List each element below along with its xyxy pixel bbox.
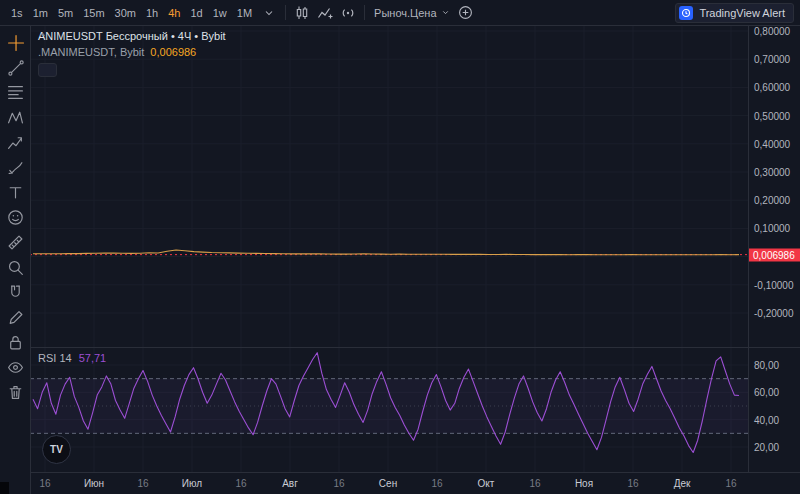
price-axis-label: 0,70000	[754, 54, 790, 65]
pattern-icon	[7, 109, 24, 126]
sub-symbol-label: .MANIMEUSDT, Bybit	[38, 46, 144, 58]
price-axis-label: -0,20000	[754, 308, 793, 319]
rsi-pane[interactable]: RSI 1457,71 TV	[30, 348, 748, 472]
price-axis-label: 0,10000	[754, 223, 790, 234]
chevron-down-icon	[441, 8, 450, 17]
fibonacci-tool-button[interactable]	[3, 80, 27, 104]
time-label-day[interactable]: 16	[431, 478, 442, 489]
rsi-axis-label: 40,00	[754, 414, 779, 425]
emoji-icon	[7, 209, 24, 226]
alert-badge-label: TradingView Alert	[699, 7, 785, 19]
sub-symbol-price: 0,006986	[150, 46, 196, 58]
add-alert-plus-icon[interactable]	[455, 2, 477, 24]
time-label-day[interactable]: 16	[333, 478, 344, 489]
pencil-icon	[7, 309, 24, 326]
pencil-tool-button[interactable]	[3, 305, 27, 329]
interval-1d[interactable]: 1d	[186, 4, 208, 22]
time-label-month[interactable]: Окт	[478, 478, 495, 489]
measure-tool-button[interactable]	[3, 230, 27, 254]
price-axis[interactable]: 0,006986 0,800000,700000,600000,500000,4…	[748, 25, 800, 472]
rsi-label[interactable]: RSI 14	[38, 352, 72, 364]
lock-tool-button[interactable]	[3, 330, 27, 354]
interval-1h[interactable]: 1h	[141, 4, 163, 22]
time-label-day[interactable]: 16	[39, 478, 50, 489]
trash-icon	[7, 384, 24, 401]
price-axis-label: -0,10000	[754, 279, 793, 290]
interval-1m[interactable]: 1m	[28, 4, 53, 22]
drawing-toolbar	[0, 25, 31, 494]
trend-line-icon	[7, 59, 24, 76]
time-label-month[interactable]: Июн	[84, 478, 104, 489]
order-type-button[interactable]: Рыноч.Цена	[370, 5, 453, 21]
rsi-axis-label: 60,00	[754, 387, 779, 398]
alert-clock-icon	[679, 6, 693, 20]
time-label-month[interactable]: Авг	[282, 478, 298, 489]
magnet-tool-button[interactable]	[3, 280, 27, 304]
chart-type-candles-icon[interactable]	[291, 2, 313, 24]
price-axis-label: 0,40000	[754, 138, 790, 149]
trash-tool-button[interactable]	[3, 380, 27, 404]
brush-tool-button[interactable]	[3, 155, 27, 179]
interval-1w[interactable]: 1w	[208, 4, 232, 22]
lock-icon	[7, 334, 24, 351]
rsi-axis-label: 80,00	[754, 360, 779, 371]
trend-line-tool-button[interactable]	[3, 55, 27, 79]
price-axis-label: 0,30000	[754, 167, 790, 178]
collapse-legend-button[interactable]	[38, 63, 57, 77]
indicators-icon[interactable]	[314, 2, 336, 24]
tradingview-alert-badge[interactable]: TradingView Alert	[675, 3, 794, 23]
interval-menu-chevron-icon[interactable]	[258, 2, 280, 24]
time-label-month[interactable]: Дек	[674, 478, 691, 489]
price-axis-label: 0,50000	[754, 110, 790, 121]
rsi-value: 57,71	[79, 352, 107, 364]
forecast-icon	[7, 134, 24, 151]
magnet-icon	[7, 284, 24, 301]
text-icon	[7, 184, 24, 201]
symbol-legend: ANIMEUSDT Бессрочный • 4Ч • Bybit .MANIM…	[38, 30, 226, 77]
rsi-legend: RSI 1457,71	[38, 352, 106, 364]
toolbar-divider	[364, 5, 365, 20]
time-label-day[interactable]: 16	[627, 478, 638, 489]
time-label-day[interactable]: 16	[529, 478, 540, 489]
eye-tool-button[interactable]	[3, 355, 27, 379]
zoom-tool-button[interactable]	[3, 255, 27, 279]
time-label-day[interactable]: 16	[725, 478, 736, 489]
time-label-month[interactable]: Ноя	[575, 478, 593, 489]
crosshair-icon	[7, 34, 24, 51]
interval-1M[interactable]: 1M	[232, 4, 257, 22]
text-tool-button[interactable]	[3, 180, 27, 204]
time-label-day[interactable]: 16	[235, 478, 246, 489]
forecast-tool-button[interactable]	[3, 130, 27, 154]
pattern-tool-button[interactable]	[3, 105, 27, 129]
corner-block	[0, 482, 9, 494]
symbol-title[interactable]: ANIMEUSDT Бессрочный • 4Ч • Bybit	[38, 30, 226, 42]
price-pane[interactable]: ANIMEUSDT Бессрочный • 4Ч • Bybit .MANIM…	[30, 25, 748, 347]
time-axis[interactable]: 16Июн16Июл16Авг16Сен16Окт16Ноя16Дек16	[30, 472, 800, 494]
price-axis-label: 0,60000	[754, 82, 790, 93]
interval-5m[interactable]: 5m	[53, 4, 78, 22]
price-axis-label: 0,20000	[754, 195, 790, 206]
time-label-month[interactable]: Сен	[379, 478, 397, 489]
crosshair-tool-button[interactable]	[3, 30, 27, 54]
measure-icon	[7, 234, 24, 251]
brush-icon	[7, 159, 24, 176]
broadcast-icon[interactable]	[337, 2, 359, 24]
interval-4h[interactable]: 4h	[163, 4, 185, 22]
price-axis-label: 0,80000	[754, 26, 790, 37]
interval-30m[interactable]: 30m	[110, 4, 141, 22]
chart-area: ANIMEUSDT Бессрочный • 4Ч • Bybit .MANIM…	[30, 25, 800, 494]
top-toolbar: 1s1m5m15m30m1h4h1d1w1M Рыноч.Цена Tradin…	[0, 0, 800, 26]
interval-1s[interactable]: 1s	[6, 4, 28, 22]
current-price-tag: 0,006986	[749, 248, 800, 261]
interval-15m[interactable]: 15m	[78, 4, 109, 22]
interval-group: 1s1m5m15m30m1h4h1d1w1M	[6, 4, 257, 22]
tradingview-logo[interactable]: TV	[42, 435, 71, 464]
tradingview-app: 1s1m5m15m30m1h4h1d1w1M Рыноч.Цена Tradin…	[0, 0, 800, 494]
order-type-label: Рыноч.Цена	[374, 7, 436, 19]
eye-icon	[7, 359, 24, 376]
time-label-month[interactable]: Июл	[182, 478, 202, 489]
emoji-tool-button[interactable]	[3, 205, 27, 229]
fibonacci-icon	[7, 84, 24, 101]
time-label-day[interactable]: 16	[137, 478, 148, 489]
chevron-up-icon	[38, 30, 47, 39]
